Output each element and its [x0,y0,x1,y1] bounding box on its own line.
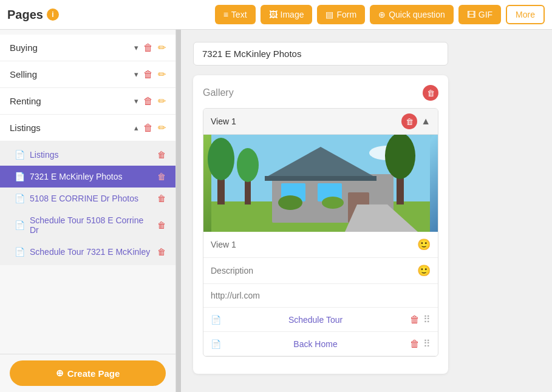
svg-point-5 [208,138,234,180]
listings-edit-icon[interactable]: ✏ [158,122,166,133]
back-home-trash-icon[interactable]: 🗑 [410,339,420,350]
question-icon: ⊕ [378,10,386,19]
svg-point-17 [385,135,415,179]
schedule-7321-trash-icon[interactable]: 🗑 [157,247,166,257]
page-title-input[interactable] [193,42,448,66]
view1-name-input[interactable] [211,240,412,249]
7321-mckinley-icon: 📄 [15,172,25,181]
view1-trash-icon[interactable]: 🗑 [401,113,417,129]
5108-corrine-icon: 📄 [15,194,25,203]
schedule-tour-label: Schedule Tour [226,315,405,325]
view1-name-emoji-btn[interactable]: 🙂 [417,238,431,251]
back-home-label: Back Home [226,339,405,349]
buying-trash-icon[interactable]: 🗑 [143,42,153,53]
gallery-title: Gallery [203,87,234,98]
view1-name-field: 🙂 [203,232,438,258]
7321-mckinley-label: 7321 E McKinley Photos [30,172,152,181]
sidebar-item-listings[interactable]: Listings ▴ 🗑 ✏ [0,115,175,141]
gif-icon: 🎞 [467,10,475,19]
selling-actions: ▾ 🗑 ✏ [134,69,166,80]
sidebar-nav: Buying ▾ 🗑 ✏ Selling ▾ 🗑 ✏ Renting [0,30,175,354]
view1-url-field [203,284,438,308]
listings-root-label: Listings [30,150,152,160]
svg-rect-10 [265,176,377,181]
toolbar: Pages i ≡ Text 🖼 Image ▤ Form ⊕ Quick qu… [0,0,552,30]
image-icon: 🖼 [269,10,278,19]
listings-actions: ▴ 🗑 ✏ [134,122,166,133]
toolbar-left: Pages i [7,8,210,22]
create-page-button[interactable]: ⊕ Create Page [10,360,166,386]
main-layout: Buying ▾ 🗑 ✏ Selling ▾ 🗑 ✏ Renting [0,30,552,392]
renting-label: Renting [10,96,134,106]
sidebar-child-5108-corrine[interactable]: 📄 5108 E CORRINE Dr Photos 🗑 [0,188,175,209]
schedule-5108-trash-icon[interactable]: 🗑 [157,220,166,230]
schedule-tour-actions: 🗑 ⠿ [410,314,431,325]
form-icon: ▤ [325,10,333,19]
more-button[interactable]: More [506,5,545,24]
listings-root-trash-icon[interactable]: 🗑 [157,150,166,160]
sidebar-child-listings-root[interactable]: 📄 Listings 🗑 [0,144,175,166]
sidebar-footer: ⊕ Create Page [0,354,175,392]
sidebar-item-selling[interactable]: Selling ▾ 🗑 ✏ [0,61,175,88]
selling-edit-icon[interactable]: ✏ [158,69,166,80]
svg-point-18 [278,195,302,210]
buying-label: Buying [10,42,134,53]
text-button[interactable]: ≡ Text [215,5,256,24]
view1-actions: 🗑 ▲ [401,113,431,129]
sidebar-scrollbar[interactable] [176,30,181,392]
view1-description-emoji-btn[interactable]: 🙂 [417,264,431,277]
create-page-plus-icon: ⊕ [56,368,64,379]
selling-trash-icon[interactable]: 🗑 [143,69,153,80]
listings-label: Listings [10,123,134,133]
view1-url-input[interactable] [211,291,431,300]
gif-button[interactable]: 🎞 GIF [458,5,501,24]
selling-chevron-icon: ▾ [134,70,138,79]
content-area: Gallery 🗑 View 1 🗑 ▲ [181,30,552,392]
view1-header: View 1 🗑 ▲ [203,109,438,135]
gallery-trash-icon[interactable]: 🗑 [423,85,438,101]
sidebar-item-renting[interactable]: Renting ▾ 🗑 ✏ [0,88,175,115]
listings-children: 📄 Listings 🗑 📄 7321 E McKinley Photos 🗑 … [0,141,175,265]
quick-question-button[interactable]: ⊕ Quick question [370,5,454,24]
view1-image [203,135,438,232]
image-button[interactable]: 🖼 Image [261,5,313,24]
sidebar-child-schedule-5108[interactable]: 📄 Schedule Tour 5108 E Corrine Dr 🗑 [0,209,175,241]
renting-trash-icon[interactable]: 🗑 [143,96,153,107]
back-home-drag-handle[interactable]: ⠿ [423,338,431,350]
schedule-tour-drag-handle[interactable]: ⠿ [423,314,431,325]
schedule-5108-icon: 📄 [15,220,25,230]
schedule-tour-trash-icon[interactable]: 🗑 [410,314,420,325]
sub-item-schedule-tour: 📄 Schedule Tour 🗑 ⠿ [203,308,438,332]
7321-mckinley-trash-icon[interactable]: 🗑 [157,172,166,181]
buying-edit-icon[interactable]: ✏ [158,42,166,53]
sidebar-child-7321-mckinley[interactable]: 📄 7321 E McKinley Photos 🗑 [0,166,175,188]
gallery-header: Gallery 🗑 [203,85,438,101]
schedule-7321-icon: 📄 [15,247,25,257]
schedule-tour-icon: 📄 [211,315,221,325]
buying-chevron-icon: ▾ [134,43,138,52]
view1-collapse-icon[interactable]: ▲ [421,116,431,127]
selling-label: Selling [10,69,134,79]
schedule-7321-label: Schedule Tour 7321 E McKinley [30,247,152,257]
sub-item-back-home: 📄 Back Home 🗑 ⠿ [203,332,438,356]
view1-description-input[interactable] [211,266,412,275]
view1-description-field: 🙂 [203,258,438,284]
renting-edit-icon[interactable]: ✏ [158,95,166,107]
info-icon[interactable]: i [47,8,59,21]
5108-corrine-trash-icon[interactable]: 🗑 [157,194,166,203]
5108-corrine-label: 5108 E CORRINE Dr Photos [30,194,152,203]
svg-point-19 [322,197,344,209]
back-home-actions: 🗑 ⠿ [410,338,431,350]
listings-trash-icon[interactable]: 🗑 [143,123,153,133]
gallery-card: Gallery 🗑 View 1 🗑 ▲ [193,75,448,374]
renting-chevron-icon: ▾ [134,96,138,106]
pages-title: Pages [7,8,43,22]
schedule-5108-label: Schedule Tour 5108 E Corrine Dr [30,215,152,235]
sidebar-item-buying[interactable]: Buying ▾ 🗑 ✏ [0,35,175,61]
sidebar: Buying ▾ 🗑 ✏ Selling ▾ 🗑 ✏ Renting [0,30,176,392]
renting-actions: ▾ 🗑 ✏ [134,95,166,107]
sidebar-child-schedule-7321[interactable]: 📄 Schedule Tour 7321 E McKinley 🗑 [0,241,175,263]
listings-chevron-icon: ▴ [134,123,138,132]
form-button[interactable]: ▤ Form [317,5,365,24]
svg-point-7 [237,148,259,182]
